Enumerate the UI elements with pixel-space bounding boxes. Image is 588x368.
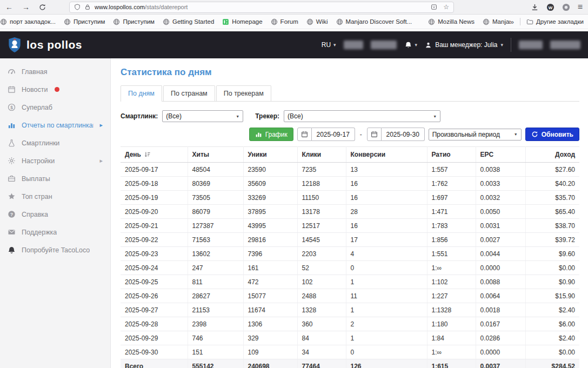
column-label: День — [125, 151, 141, 158]
globe-icon — [271, 18, 278, 25]
bookmark-item[interactable]: Forum — [271, 18, 298, 25]
reload-icon[interactable] — [39, 4, 46, 11]
manager-menu[interactable]: Ваш менеджер: Julia ▾ — [425, 41, 503, 49]
table-cell: 29816 — [243, 233, 297, 247]
pocket-icon[interactable] — [431, 4, 437, 10]
table-cell: 11674 — [243, 303, 297, 317]
column-header-8[interactable]: Доход — [525, 147, 579, 163]
bookmark-item[interactable]: Homepage — [222, 18, 262, 25]
notifications-button[interactable]: ▾ — [404, 41, 418, 49]
table-cell: 13602 — [188, 247, 243, 261]
chevron-down-icon: ▼ — [514, 132, 518, 136]
table-cell: 1:856 — [427, 233, 476, 247]
sidebar-item-star[interactable]: Топ стран — [0, 188, 110, 205]
los-pollos-logo[interactable]: los pollos — [8, 37, 82, 53]
date-to-input[interactable]: 2025-09-30 — [382, 128, 425, 141]
address-bar[interactable]: www.lospollos.com/stats/datereport ☆ — [69, 2, 454, 13]
tracker-select[interactable]: (Все) ▼ — [284, 110, 440, 122]
column-header-1[interactable]: День — [121, 147, 188, 163]
table-cell: 109 — [243, 345, 297, 359]
calendar-from-button[interactable] — [297, 128, 312, 141]
table-cell: 0 — [346, 345, 427, 359]
sidebar-item-calendar[interactable]: Новости — [0, 81, 110, 98]
sidebar-item-flask[interactable]: Смартлинки — [0, 134, 110, 152]
bookmark-item[interactable]: Getting Started — [163, 18, 214, 25]
table-cell: 2025-09-29 — [121, 331, 188, 345]
back-icon[interactable]: ← — [5, 3, 13, 11]
column-header-2[interactable]: Хиты — [188, 147, 243, 163]
table-cell: $40.20 — [525, 177, 579, 191]
column-label: Клики — [302, 151, 322, 158]
sidebar-item-chart[interactable]: Отчеты по смартлинкам▸ — [0, 116, 110, 134]
other-bookmarks-button[interactable]: Другие закладки — [526, 18, 584, 25]
sidebar-item-taco[interactable]: Попробуйте TacoLoco — [0, 241, 110, 259]
dollar-icon: $ — [8, 103, 16, 111]
extension-icon[interactable] — [562, 3, 570, 11]
bookmark-item[interactable]: Приступим — [64, 18, 105, 25]
column-header-6[interactable]: Ратио — [427, 147, 476, 163]
sidebar-item-gear[interactable]: Настройки▸ — [0, 152, 110, 170]
tab-1[interactable]: По дням — [121, 85, 162, 101]
bookmark-item[interactable]: Manjaro Discover Soft... — [483, 18, 510, 25]
bookmark-star-icon[interactable]: ☆ — [443, 3, 449, 11]
browser-toolbar: ← → www.lospollos.com/stats/datereport ☆… — [0, 0, 588, 15]
table-cell: 746 — [188, 331, 243, 345]
table-cell: 2025-09-23 — [121, 247, 188, 261]
bookmark-label: Mozilla News — [438, 18, 475, 25]
gauge-icon — [8, 68, 16, 76]
sidebar-item-envelope[interactable]: Поддержка — [0, 223, 110, 241]
column-header-7[interactable]: EPC — [476, 147, 525, 163]
bookmark-item[interactable]: Manjaro Discover Soft... — [336, 18, 412, 25]
calendar-to-button[interactable] — [367, 128, 382, 141]
column-header-4[interactable]: Клики — [297, 147, 346, 163]
language-selector[interactable]: RU ▾ — [322, 41, 336, 49]
sidebar-item-label: Главная — [22, 68, 48, 76]
lock-icon[interactable] — [84, 4, 91, 10]
sidebar-item-question[interactable]: ?Справка — [0, 205, 110, 223]
total-cell: 240698 — [243, 359, 297, 368]
star-icon — [8, 192, 16, 200]
table-cell: 0.0033 — [476, 177, 525, 191]
sidebar-item-dollar[interactable]: $Суперлаб — [0, 98, 110, 116]
table-cell: 1:557 — [427, 163, 476, 177]
toolbar-row: График 2025-09-17 - 2025-09-30 Произволь… — [121, 128, 579, 141]
column-header-5[interactable]: Конверсии — [346, 147, 427, 163]
more-bookmarks-icon[interactable]: » — [510, 18, 514, 26]
bookmark-item[interactable]: Wiki — [306, 18, 328, 25]
column-label: Уники — [248, 151, 267, 158]
menu-icon[interactable]: ≡ — [578, 2, 583, 12]
date-from-group: 2025-09-17 — [297, 128, 355, 141]
bookmark-item[interactable]: Приступим — [113, 18, 155, 25]
shield-icon[interactable] — [74, 4, 81, 10]
refresh-button[interactable]: Обновить — [525, 128, 579, 141]
sidebar-item-gauge[interactable]: Главная — [0, 63, 110, 81]
chevron-down-icon: ▼ — [433, 115, 437, 118]
table-cell: 1:1328 — [427, 303, 476, 317]
downloads-icon[interactable] — [531, 3, 539, 11]
sidebar-item-label: Смартлинки — [22, 139, 59, 147]
sidebar-item-wallet[interactable]: Выплаты — [0, 170, 110, 188]
chart-button[interactable]: График — [249, 128, 293, 141]
bookmark-item[interactable]: Mozilla News — [428, 18, 475, 25]
url-text[interactable]: www.lospollos.com/stats/datereport — [95, 4, 427, 10]
period-value: Произвольный период — [432, 131, 500, 138]
forward-icon[interactable]: → — [22, 3, 30, 11]
column-header-3[interactable]: Уники — [243, 147, 297, 163]
language-value: RU — [322, 41, 331, 49]
table-cell: $0.00 — [525, 261, 579, 275]
tab-2[interactable]: По странам — [163, 85, 215, 101]
date-from-input[interactable]: 2025-09-17 — [312, 128, 355, 141]
wikipedia-extension-icon[interactable]: W — [546, 3, 554, 11]
smartlink-select[interactable]: (Все) ▼ — [162, 110, 243, 122]
person-icon — [425, 42, 432, 49]
period-select[interactable]: Произвольный период ▼ — [429, 129, 522, 140]
table-cell: 48504 — [188, 163, 243, 177]
url-domain: www.lospollos.com — [95, 4, 145, 10]
table-cell: 2025-09-26 — [121, 289, 188, 303]
table-row: 2025-09-2581147210211:1020.0088$0.90 — [121, 275, 579, 289]
total-cell: Всего — [121, 359, 188, 368]
chevron-right-icon: ▸ — [99, 157, 103, 164]
table-cell: 1:783 — [427, 219, 476, 233]
bookmark-item[interactable]: порт закладок... — [0, 18, 56, 25]
tab-3[interactable]: По трекерам — [216, 85, 271, 101]
